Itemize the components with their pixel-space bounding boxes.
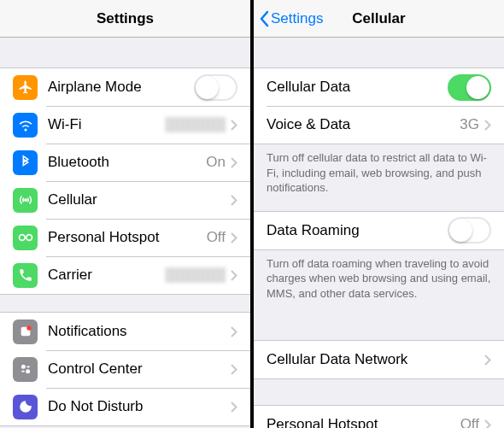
wifi-icon (13, 113, 38, 138)
row-label: Voice & Data (267, 116, 460, 133)
chevron-right-icon (231, 326, 237, 337)
row-label: Bluetooth (48, 154, 206, 171)
cellular-pane: Settings Cellular Cellular Data Voice & … (254, 0, 504, 428)
chevron-right-icon (231, 402, 237, 413)
row-bluetooth[interactable]: Bluetooth On (0, 144, 250, 181)
chevron-left-icon (259, 10, 269, 27)
chevron-right-icon (231, 195, 237, 206)
hotspot-icon (13, 226, 38, 250)
chevron-right-icon (231, 120, 237, 131)
notifications-icon (13, 320, 38, 344)
row-label: Data Roaming (267, 222, 448, 239)
chevron-right-icon (484, 419, 491, 428)
row-label: Control Center (48, 361, 231, 378)
carrier-value-redacted (166, 267, 226, 283)
row-do-not-disturb[interactable]: Do Not Disturb (0, 388, 250, 425)
row-label: Airplane Mode (48, 79, 194, 96)
chevron-right-icon (231, 364, 237, 375)
svg-point-0 (24, 199, 26, 201)
settings-group-system: Notifications Control Center Do Not Dist… (0, 312, 250, 426)
chevron-right-icon (231, 232, 237, 243)
row-control-center[interactable]: Control Center (0, 350, 250, 388)
footer-cellular-data: Turn off cellular data to restrict all d… (254, 144, 504, 202)
row-airplane-mode[interactable]: Airplane Mode (0, 68, 250, 106)
row-data-roaming[interactable]: Data Roaming (254, 212, 504, 249)
cellular-icon (13, 188, 38, 213)
row-cellular-data[interactable]: Cellular Data (254, 68, 504, 106)
row-label: Wi-Fi (48, 116, 166, 133)
page-title: Settings (97, 10, 154, 27)
row-label: Cellular Data Network (267, 351, 484, 368)
group-cdn: Cellular Data Network (254, 340, 504, 379)
nav-bar: Settings (0, 0, 250, 38)
svg-point-5 (21, 366, 24, 368)
wifi-value-redacted (166, 117, 226, 132)
settings-pane: Settings Airplane Mode Wi-Fi Bluetooth (0, 0, 250, 428)
page-title: Cellular (352, 10, 405, 27)
footer-data-roaming: Turn off data roaming when traveling to … (254, 250, 504, 308)
row-label: Personal Hotspot (267, 416, 460, 428)
back-label: Settings (271, 10, 323, 27)
airplane-switch[interactable] (194, 74, 237, 101)
row-label: Carrier (48, 267, 166, 284)
carrier-icon (13, 263, 38, 288)
chevron-right-icon (484, 120, 491, 131)
row-label: Cellular Data (267, 79, 448, 96)
row-label: Do Not Disturb (48, 398, 231, 415)
svg-point-6 (26, 370, 29, 372)
row-value: 3G (460, 116, 479, 133)
group-cellular-main: Cellular Data Voice & Data 3G (254, 67, 504, 144)
chevron-right-icon (231, 157, 237, 168)
controlcenter-icon (13, 357, 38, 382)
row-value: Off (207, 229, 226, 246)
svg-point-4 (26, 325, 31, 330)
row-cellular-data-network[interactable]: Cellular Data Network (254, 341, 504, 378)
row-cellular[interactable]: Cellular (0, 181, 250, 219)
bluetooth-icon (13, 150, 38, 175)
svg-point-1 (19, 235, 25, 241)
row-value: On (206, 154, 226, 171)
row-label: Personal Hotspot (48, 229, 207, 246)
cellular-data-switch[interactable] (448, 74, 491, 101)
row-personal-hotspot[interactable]: Personal Hotspot Off (0, 219, 250, 256)
row-personal-hotspot-right[interactable]: Personal Hotspot Off (254, 406, 504, 428)
row-voice-and-data[interactable]: Voice & Data 3G (254, 106, 504, 144)
row-wifi[interactable]: Wi-Fi (0, 106, 250, 144)
nav-bar: Settings Cellular (254, 0, 504, 38)
row-label: Notifications (48, 323, 231, 340)
group-hotspot: Personal Hotspot Off (254, 405, 504, 428)
chevron-right-icon (231, 270, 237, 281)
svg-point-2 (26, 235, 32, 241)
row-carrier[interactable]: Carrier (0, 256, 250, 294)
data-roaming-switch[interactable] (448, 217, 491, 243)
row-notifications[interactable]: Notifications (0, 313, 250, 350)
group-data-roaming: Data Roaming (254, 211, 504, 250)
airplane-icon (13, 75, 38, 100)
chevron-right-icon (484, 355, 491, 366)
row-label: Cellular (48, 191, 231, 208)
settings-group-connectivity: Airplane Mode Wi-Fi Bluetooth On C (0, 67, 250, 295)
dnd-icon (13, 395, 38, 419)
row-value: Off (460, 416, 479, 428)
back-button[interactable]: Settings (259, 10, 323, 27)
